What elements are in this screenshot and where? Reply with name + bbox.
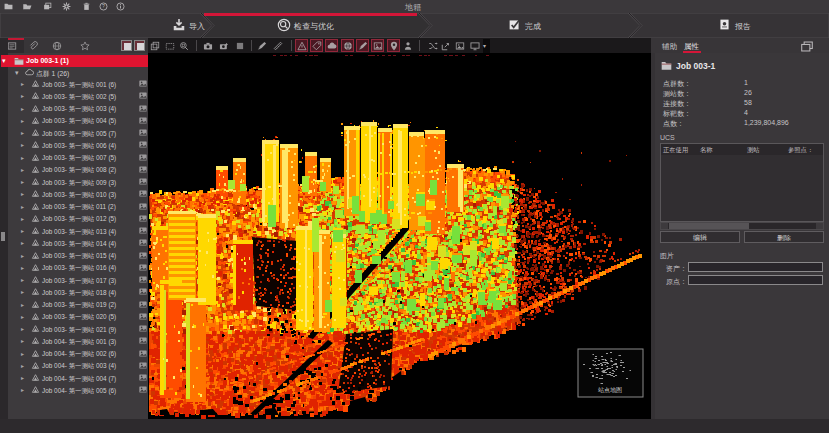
svg-text:?: ? [102, 3, 105, 9]
svg-text:站点地图: 站点地图 [598, 387, 622, 394]
